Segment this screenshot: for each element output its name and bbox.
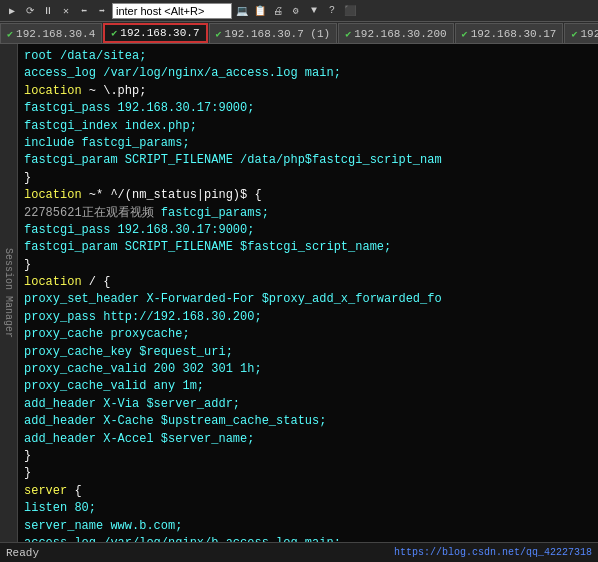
terminal-line: proxy_cache_valid any 1m;	[24, 378, 592, 395]
terminal-line: root /data/sitea;	[24, 48, 592, 65]
terminal-text: fastcgi_index index.php;	[24, 119, 197, 133]
toolbar-icon-3[interactable]: ⏸	[40, 3, 56, 19]
terminal-line: location ~ \.php;	[24, 83, 592, 100]
tab-check-icon: ✔	[216, 28, 222, 40]
toolbar-icon-13[interactable]: ⬛	[342, 3, 358, 19]
terminal-text: listen 80;	[24, 501, 96, 515]
terminal-text: proxy_cache proxycache;	[24, 327, 190, 341]
terminal-text: access_log /var/log/nginx/a_access.log m…	[24, 66, 341, 80]
toolbar-icon-1[interactable]: ▶	[4, 3, 20, 19]
terminal-text: root /data/sitea;	[24, 49, 146, 63]
tab-check-icon: ✔	[111, 27, 117, 39]
terminal-line: fastcgi_param SCRIPT_FILENAME $fastcgi_s…	[24, 239, 592, 256]
toolbar-icon-2[interactable]: ⟳	[22, 3, 38, 19]
tab-check-icon: ✔	[345, 28, 351, 40]
terminal-line: fastcgi_index index.php;	[24, 118, 592, 135]
terminal-text: fastcgi_pass 192.168.30.17:9000;	[24, 101, 254, 115]
terminal-text: add_header X-Accel $server_name;	[24, 432, 254, 446]
tab-label: 192.168.30.200	[354, 28, 446, 40]
terminal-text: add_header X-Cache $upstream_cache_statu…	[24, 414, 326, 428]
terminal-text: }	[24, 258, 31, 272]
terminal-text: ~ \.php;	[82, 84, 147, 98]
tab-label: 192.168.30.4	[16, 28, 95, 40]
terminal-line: include fastcgi_params;	[24, 135, 592, 152]
terminal-text: 22785621正在观看视频	[24, 206, 154, 220]
terminal-text: add_header X-Via $server_addr;	[24, 397, 240, 411]
tab-bar: ✔192.168.30.4✔192.168.30.7✔192.168.30.7 …	[0, 22, 598, 44]
terminal-line: }	[24, 465, 592, 482]
tab-tab6[interactable]: ✔192.168.30.27	[564, 23, 598, 43]
tab-label: 192.168.30.27	[581, 28, 599, 40]
terminal-text: proxy_cache_valid 200 302 301 1h;	[24, 362, 262, 376]
status-link[interactable]: https://blog.csdn.net/qq_42227318	[394, 547, 592, 558]
terminal-text: fastcgi_params;	[154, 206, 269, 220]
terminal-line: proxy_set_header X-Forwarded-For $proxy_…	[24, 291, 592, 308]
terminal-text: / {	[82, 275, 111, 289]
terminal-text: proxy_set_header X-Forwarded-For $proxy_…	[24, 292, 442, 306]
terminal-text: include fastcgi_params;	[24, 136, 190, 150]
toolbar-icon-6[interactable]: ➡	[94, 3, 110, 19]
toolbar-icon-7[interactable]: 💻	[234, 3, 250, 19]
tab-check-icon: ✔	[462, 28, 468, 40]
terminal-line: server {	[24, 483, 592, 500]
terminal-text: proxy_cache_key $request_uri;	[24, 345, 233, 359]
toolbar-icon-5[interactable]: ⬅	[76, 3, 92, 19]
terminal-text: access_log /var/log/nginx/b_access.log m…	[24, 536, 341, 542]
terminal[interactable]: root /data/sitea; access_log /var/log/ng…	[18, 44, 598, 542]
terminal-line: proxy_cache_key $request_uri;	[24, 344, 592, 361]
terminal-text: ~* ^/(nm_status|ping)$ {	[82, 188, 262, 202]
terminal-line: proxy_pass http://192.168.30.200;	[24, 309, 592, 326]
toolbar-icon-11[interactable]: ▼	[306, 3, 322, 19]
tab-label: 192.168.30.7	[120, 27, 199, 39]
terminal-text: {	[67, 484, 81, 498]
tab-tab3[interactable]: ✔192.168.30.7 (1)	[209, 23, 338, 43]
terminal-text: location	[24, 84, 82, 98]
terminal-line: add_header X-Cache $upstream_cache_statu…	[24, 413, 592, 430]
terminal-text: }	[24, 466, 31, 480]
terminal-line: location ~* ^/(nm_status|ping)$ {	[24, 187, 592, 204]
terminal-line: listen 80;	[24, 500, 592, 517]
tab-tab4[interactable]: ✔192.168.30.200	[338, 23, 453, 43]
terminal-text: fastcgi_param SCRIPT_FILENAME /data/php$…	[24, 153, 442, 167]
tab-label: 192.168.30.7 (1)	[225, 28, 331, 40]
terminal-line: fastcgi_pass 192.168.30.17:9000;	[24, 222, 592, 239]
tab-tab5[interactable]: ✔192.168.30.17	[455, 23, 564, 43]
terminal-line: }	[24, 257, 592, 274]
tab-label: 192.168.30.17	[471, 28, 557, 40]
toolbar-icon-4[interactable]: ✕	[58, 3, 74, 19]
terminal-line: proxy_cache_valid 200 302 301 1h;	[24, 361, 592, 378]
terminal-line: 22785621正在观看视频 fastcgi_params;	[24, 205, 592, 222]
terminal-text: proxy_cache_valid any 1m;	[24, 379, 204, 393]
toolbar: ▶ ⟳ ⏸ ✕ ⬅ ➡ 💻 📋 🖨 ⚙ ▼ ? ⬛	[0, 0, 598, 22]
session-manager-sidebar: Session Manager	[0, 44, 18, 542]
tab-check-icon: ✔	[7, 28, 13, 40]
terminal-line: fastcgi_param SCRIPT_FILENAME /data/php$…	[24, 152, 592, 169]
terminal-line: server_name www.b.com;	[24, 518, 592, 535]
toolbar-icon-10[interactable]: ⚙	[288, 3, 304, 19]
terminal-text: server_name www.b.com;	[24, 519, 182, 533]
host-input[interactable]	[112, 3, 232, 19]
terminal-text: proxy_pass http://192.168.30.200;	[24, 310, 262, 324]
terminal-line: fastcgi_pass 192.168.30.17:9000;	[24, 100, 592, 117]
terminal-line: add_header X-Accel $server_name;	[24, 431, 592, 448]
tab-tab1[interactable]: ✔192.168.30.4	[0, 23, 102, 43]
terminal-line: access_log /var/log/nginx/a_access.log m…	[24, 65, 592, 82]
terminal-line: }	[24, 448, 592, 465]
terminal-line: proxy_cache proxycache;	[24, 326, 592, 343]
terminal-text: }	[24, 171, 31, 185]
terminal-line: location / {	[24, 274, 592, 291]
main-area: Session Manager root /data/sitea; access…	[0, 44, 598, 542]
toolbar-icon-12[interactable]: ?	[324, 3, 340, 19]
terminal-text: server	[24, 484, 67, 498]
tab-check-icon: ✔	[571, 28, 577, 40]
terminal-line: }	[24, 170, 592, 187]
terminal-text: fastcgi_pass 192.168.30.17:9000;	[24, 223, 254, 237]
tab-tab2[interactable]: ✔192.168.30.7	[103, 23, 207, 43]
toolbar-icon-9[interactable]: 🖨	[270, 3, 286, 19]
terminal-text: fastcgi_param SCRIPT_FILENAME $fastcgi_s…	[24, 240, 391, 254]
toolbar-icon-8[interactable]: 📋	[252, 3, 268, 19]
terminal-text: }	[24, 449, 31, 463]
terminal-text: location	[24, 275, 82, 289]
status-text: Ready	[6, 547, 39, 559]
status-bar: Ready https://blog.csdn.net/qq_42227318	[0, 542, 598, 562]
